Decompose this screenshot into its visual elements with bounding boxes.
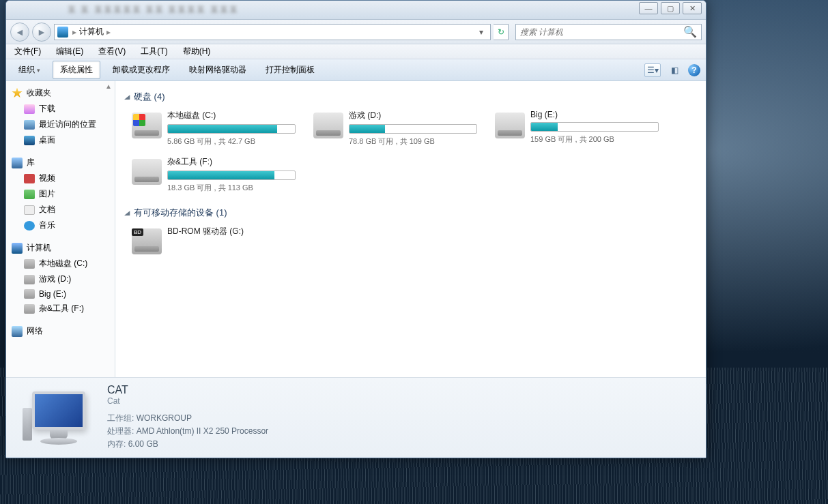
sidebar-item-label: 桌面 xyxy=(39,134,55,146)
menu-edit[interactable]: 编辑(E) xyxy=(53,44,86,59)
breadcrumb-sep2[interactable]: ▸ xyxy=(106,27,111,37)
sidebar-item-recent[interactable]: 最近访问的位置 xyxy=(6,117,115,132)
drive-name: 杂&工具 (F:) xyxy=(167,156,297,168)
sidebar-network-label: 网络 xyxy=(27,325,43,337)
nav-bar: ◄ ► ▸ 计算机 ▸ ▾ ↻ 🔍 xyxy=(6,20,706,44)
picture-icon xyxy=(24,190,35,199)
menu-file[interactable]: 文件(F) xyxy=(12,44,44,59)
sidebar-favorites-label: 收藏夹 xyxy=(27,87,51,99)
document-icon xyxy=(24,205,35,215)
drive-name: 游戏 (D:) xyxy=(349,110,479,121)
hdd-icon xyxy=(132,159,162,185)
mem-value: 6.00 GB xyxy=(128,439,158,449)
drive-item[interactable]: 杂&工具 (F:)18.3 GB 可用 , 共 113 GB xyxy=(130,155,298,194)
hdd-icon xyxy=(132,113,162,138)
group-header-hdd[interactable]: 硬盘 (4) xyxy=(125,91,696,103)
uninstall-programs-button[interactable]: 卸载或更改程序 xyxy=(106,61,177,78)
optical-drive[interactable]: BD-ROM 驱动器 (G:) xyxy=(130,224,298,256)
search-input[interactable] xyxy=(520,27,683,37)
details-pane: CAT Cat 工作组: WORKGROUP 处理器: AMD Athlon(t… xyxy=(6,377,706,458)
group-header-removable[interactable]: 有可移动存储的设备 (1) xyxy=(125,207,696,219)
back-button[interactable]: ◄ xyxy=(10,23,29,42)
title-bar[interactable]: 某 某 某某某某某 某某 某某某某 某某某 — ▢ ✕ xyxy=(6,1,706,20)
search-icon[interactable]: 🔍 xyxy=(683,25,697,38)
drive-name: 本地磁盘 (C:) xyxy=(167,110,297,121)
sidebar-item-label: 下载 xyxy=(39,103,55,115)
hdd-icon xyxy=(24,304,35,314)
scroll-up-icon[interactable]: ▲ xyxy=(105,83,112,90)
title-text-blurred: 某 某 某某某某某 某某 某某某某 某某某 xyxy=(68,4,239,16)
navigation-pane: ▲ 收藏夹 下载 最近访问的位置 桌面 库 视频 图片 文档 音乐 计算机 本地… xyxy=(6,81,115,377)
optical-drive-icon xyxy=(132,228,162,254)
drive-stat: 159 GB 可用 , 共 200 GB xyxy=(530,134,660,145)
sidebar-item-drive-c[interactable]: 本地磁盘 (C:) xyxy=(6,256,115,271)
drive-stat: 18.3 GB 可用 , 共 113 GB xyxy=(167,183,297,193)
close-button[interactable]: ✕ xyxy=(683,2,702,14)
capacity-bar xyxy=(167,124,296,134)
removable-container: BD-ROM 驱动器 (G:) xyxy=(130,224,696,256)
sidebar-item-drive-f[interactable]: 杂&工具 (F:) xyxy=(6,301,115,316)
sidebar-item-documents[interactable]: 文档 xyxy=(6,202,115,218)
sidebar-item-label: Big (E:) xyxy=(39,289,66,299)
hdd-icon xyxy=(313,113,343,138)
menu-help[interactable]: 帮助(H) xyxy=(180,44,214,59)
menu-bar: 文件(F) 编辑(E) 查看(V) 工具(T) 帮助(H) xyxy=(6,44,706,59)
search-box[interactable]: 🔍 xyxy=(515,24,702,40)
sidebar-favorites[interactable]: 收藏夹 xyxy=(6,85,115,101)
drive-name: Big (E:) xyxy=(530,110,660,119)
hdd-icon xyxy=(24,275,35,284)
download-icon xyxy=(24,104,35,114)
drive-item[interactable]: Big (E:)159 GB 可用 , 共 200 GB xyxy=(494,108,661,148)
group-header-label: 硬盘 (4) xyxy=(134,91,165,103)
help-icon[interactable]: ? xyxy=(688,64,700,76)
drive-item[interactable]: 游戏 (D:)78.8 GB 可用 , 共 109 GB xyxy=(312,108,480,148)
sidebar-libraries[interactable]: 库 xyxy=(6,155,115,171)
sidebar-item-label: 游戏 (D:) xyxy=(39,273,71,285)
sidebar-computer[interactable]: 计算机 xyxy=(6,240,115,256)
sidebar-network[interactable]: 网络 xyxy=(6,323,115,339)
workgroup-label: 工作组: xyxy=(107,413,134,423)
workgroup-value: WORKGROUP xyxy=(137,413,192,423)
sidebar-item-desktop[interactable]: 桌面 xyxy=(6,132,115,148)
sidebar-item-label: 文档 xyxy=(39,204,55,216)
network-icon xyxy=(12,326,23,337)
minimize-button[interactable]: — xyxy=(639,2,658,14)
computer-icon xyxy=(12,243,23,254)
forward-button[interactable]: ► xyxy=(32,23,51,42)
sidebar-item-downloads[interactable]: 下载 xyxy=(6,101,115,117)
details-sub: Cat xyxy=(107,396,268,406)
organize-button[interactable]: 组织 xyxy=(12,61,47,78)
address-bar[interactable]: ▸ 计算机 ▸ ▾ xyxy=(54,24,491,40)
window-controls: — ▢ ✕ xyxy=(639,2,702,14)
sidebar-item-pictures[interactable]: 图片 xyxy=(6,186,115,202)
sidebar-item-label: 本地磁盘 (C:) xyxy=(39,258,87,269)
desktop-icon xyxy=(24,136,35,145)
sidebar-item-label: 音乐 xyxy=(39,220,55,231)
computer-large-icon xyxy=(20,387,95,449)
cpu-label: 处理器: xyxy=(107,426,134,436)
explorer-window: 某 某 某某某某某 某某 某某某某 某某某 — ▢ ✕ ◄ ► ▸ 计算机 ▸ … xyxy=(5,0,706,458)
maximize-button[interactable]: ▢ xyxy=(661,2,680,14)
view-options-button[interactable]: ☰▾ xyxy=(644,63,661,77)
drives-container: 本地磁盘 (C:)5.86 GB 可用 , 共 42.7 GB游戏 (D:)78… xyxy=(130,108,696,194)
capacity-bar xyxy=(167,171,296,180)
sidebar-computer-label: 计算机 xyxy=(27,242,51,254)
sidebar-item-drive-d[interactable]: 游戏 (D:) xyxy=(6,271,115,287)
capacity-bar xyxy=(349,124,477,134)
sidebar-item-label: 杂&工具 (F:) xyxy=(39,303,84,314)
menu-tools[interactable]: 工具(T) xyxy=(138,44,170,59)
sidebar-item-videos[interactable]: 视频 xyxy=(6,171,115,186)
drive-stat: 5.86 GB 可用 , 共 42.7 GB xyxy=(167,136,297,147)
refresh-button[interactable]: ↻ xyxy=(494,24,509,40)
drive-item[interactable]: 本地磁盘 (C:)5.86 GB 可用 , 共 42.7 GB xyxy=(130,108,298,148)
address-dropdown[interactable]: ▾ xyxy=(475,27,487,37)
sidebar-item-music[interactable]: 音乐 xyxy=(6,218,115,233)
preview-pane-button[interactable]: ◧ xyxy=(666,63,683,77)
map-network-drive-button[interactable]: 映射网络驱动器 xyxy=(182,61,253,78)
open-control-panel-button[interactable]: 打开控制面板 xyxy=(259,61,322,78)
breadcrumb-computer[interactable]: 计算机 xyxy=(79,26,104,38)
mem-label: 内存: xyxy=(107,439,126,449)
menu-view[interactable]: 查看(V) xyxy=(96,44,128,59)
system-properties-button[interactable]: 系统属性 xyxy=(53,61,100,79)
sidebar-item-drive-e[interactable]: Big (E:) xyxy=(6,287,115,301)
